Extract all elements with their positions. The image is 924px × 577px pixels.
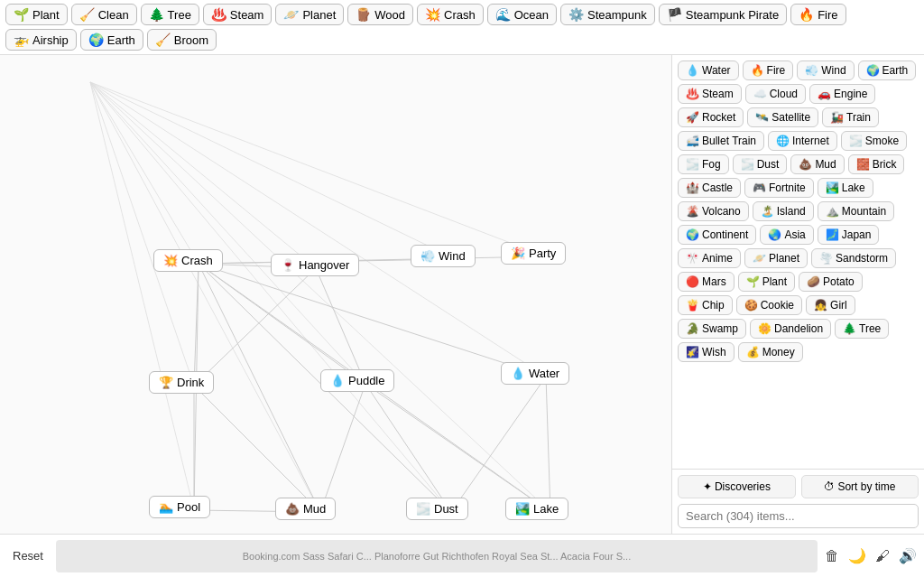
sidebar-item-rocket[interactable]: 🚀Rocket (678, 107, 744, 127)
tag-earth[interactable]: 🌍Earth (80, 29, 143, 51)
tag-steam[interactable]: ♨️Steam (203, 4, 273, 25)
sidebar-item-anime[interactable]: 🎌Anime (678, 248, 741, 268)
sidebar-item-swamp[interactable]: 🐊Swamp (678, 319, 746, 339)
tag-planet[interactable]: 🪐Planet (275, 4, 344, 25)
radial-line (90, 82, 546, 256)
tag-airship[interactable]: 🚁Airship (5, 29, 77, 51)
ad-banner: Booking.com Sass Safari C... Planoforre … (56, 540, 818, 572)
sidebar-item-smoke[interactable]: 🌫️Smoke (841, 131, 907, 151)
discoveries-button[interactable]: ✦ Discoveries (678, 475, 796, 498)
sidebar-item-wind[interactable]: 💨Wind (797, 60, 854, 80)
sidebar-footer: ✦ Discoveries ⏱ Sort by time (672, 469, 924, 534)
sidebar-item-dust[interactable]: 🌫️Dust (733, 154, 788, 174)
sidebar-item-train[interactable]: 🚂Train (822, 107, 879, 127)
sidebar-item-planet[interactable]: 🪐Planet (744, 248, 808, 268)
radial-line (90, 82, 194, 510)
sidebar-item-asia[interactable]: 🌏Asia (760, 225, 813, 245)
connection-line (320, 384, 365, 512)
delete-icon[interactable]: 🗑 (825, 548, 839, 564)
connection-line (199, 264, 320, 512)
connection-lines (0, 55, 671, 534)
sidebar-item-sandstorm[interactable]: 🌪️Sandstorm (811, 248, 896, 268)
sidebar-item-money[interactable]: 💰Money (738, 342, 803, 362)
brush-icon[interactable]: 🖌 (875, 548, 890, 564)
main-area: 💥Crash🍷Hangover💨Wind🎉Party🏆Drink💧Puddle💧… (0, 55, 924, 534)
node-wind[interactable]: 💨Wind (411, 245, 476, 267)
sidebar-item-water[interactable]: 💧Water (678, 60, 739, 80)
sidebar-item-island[interactable]: 🏝️Island (753, 201, 814, 221)
node-water[interactable]: 💧Water (501, 362, 569, 385)
sidebar: 💧Water🔥Fire💨Wind🌍Earth♨️Steam☁️Cloud🚗Eng… (671, 55, 924, 534)
node-lake[interactable]: 🏞️Lake (505, 498, 568, 520)
tag-wood[interactable]: 🪵Wood (347, 4, 413, 25)
sidebar-item-fog[interactable]: 🌫️Fog (678, 154, 729, 174)
sidebar-item-fortnite[interactable]: 🎮Fortnite (744, 178, 814, 198)
connection-line (199, 264, 546, 377)
node-hangover[interactable]: 🍷Hangover (271, 254, 359, 276)
radial-line (90, 82, 550, 512)
node-drink[interactable]: 🏆Drink (149, 371, 214, 394)
node-pool[interactable]: 🏊Pool (149, 496, 210, 518)
connection-line (194, 268, 316, 386)
node-puddle[interactable]: 💧Puddle (320, 369, 394, 392)
tag-broom[interactable]: 🧹Broom (147, 29, 217, 51)
tag-clean[interactable]: 🧹Clean (71, 4, 137, 25)
bottom-bar: Reset Booking.com Sass Safari C... Plano… (0, 534, 924, 577)
sidebar-item-chip[interactable]: 🍟Chip (678, 295, 733, 315)
sidebar-item-earth[interactable]: 🌍Earth (858, 60, 917, 80)
sidebar-item-potato[interactable]: 🥔Potato (799, 272, 863, 292)
sidebar-item-japan[interactable]: 🗾Japan (818, 225, 880, 245)
speaker-icon[interactable]: 🔊 (899, 547, 917, 564)
tag-plant[interactable]: 🌱Plant (5, 4, 68, 25)
sidebar-item-brick[interactable]: 🧱Brick (848, 154, 905, 174)
sidebar-item-plant[interactable]: 🌱Plant (738, 272, 795, 292)
radial-line (90, 82, 194, 386)
ad-text: Booking.com Sass Safari C... Planoforre … (243, 551, 631, 562)
sidebar-item-dandelion[interactable]: 🌼Dandelion (750, 319, 831, 339)
connection-line (194, 386, 320, 512)
sidebar-item-continent[interactable]: 🌍Continent (678, 225, 756, 245)
search-input[interactable] (678, 504, 919, 528)
sidebar-item-castle[interactable]: 🏰Castle (678, 178, 741, 198)
radial-line (90, 82, 451, 512)
tag-crash[interactable]: 💥Crash (417, 4, 484, 25)
sidebar-item-cloud[interactable]: ☁️Cloud (745, 84, 806, 104)
sidebar-item-tree[interactable]: 🌲Tree (835, 319, 889, 339)
moon-icon[interactable]: 🌙 (848, 547, 866, 564)
sidebar-item-fire[interactable]: 🔥Fire (743, 60, 794, 80)
connection-line (365, 384, 550, 512)
connection-line (365, 384, 451, 512)
sidebar-item-mud[interactable]: 💩Mud (790, 154, 844, 174)
node-mud[interactable]: 💩Mud (275, 498, 336, 520)
sidebar-footer-buttons: ✦ Discoveries ⏱ Sort by time (678, 475, 919, 498)
radial-line (90, 82, 199, 264)
sidebar-item-bullet-train[interactable]: 🚅Bullet Train (678, 131, 764, 151)
node-party[interactable]: 🎉Party (501, 242, 566, 265)
sidebar-item-lake[interactable]: 🏞️Lake (818, 178, 873, 198)
tag-fire[interactable]: 🔥Fire (790, 4, 845, 25)
bottom-icons: 🗑 🌙 🖌 🔊 (825, 547, 917, 564)
sort-by-time-button[interactable]: ⏱ Sort by time (801, 475, 919, 498)
sidebar-item-satellite[interactable]: 🛰️Satellite (747, 107, 818, 127)
sidebar-item-engine[interactable]: 🚗Engine (809, 84, 875, 104)
node-dust[interactable]: 🌫️Dust (406, 498, 468, 520)
top-bar: 🌱Plant🧹Clean🌲Tree♨️Steam🪐Planet🪵Wood💥Cra… (0, 0, 924, 55)
sidebar-item-mars[interactable]: 🔴Mars (678, 272, 735, 292)
tag-tree[interactable]: 🌲Tree (141, 4, 199, 25)
canvas-area: 💥Crash🍷Hangover💨Wind🎉Party🏆Drink💧Puddle💧… (0, 55, 671, 534)
connection-line (546, 377, 550, 512)
sidebar-item-steam[interactable]: ♨️Steam (678, 84, 742, 104)
sidebar-item-wish[interactable]: 🌠Wish (678, 342, 735, 362)
sidebar-item-mountain[interactable]: ⛰️Mountain (818, 201, 894, 221)
sidebar-items: 💧Water🔥Fire💨Wind🌍Earth♨️Steam☁️Cloud🚗Eng… (672, 55, 924, 469)
connection-line (451, 377, 546, 512)
tag-steampunk[interactable]: ⚙️Steampunk (560, 4, 655, 25)
tag-ocean[interactable]: 🌊Ocean (487, 4, 557, 25)
node-crash[interactable]: 💥Crash (153, 249, 223, 272)
sidebar-item-cookie[interactable]: 🍪Cookie (736, 295, 802, 315)
sidebar-item-girl[interactable]: 👧Girl (806, 295, 855, 315)
reset-button[interactable]: Reset (7, 545, 49, 566)
sidebar-item-internet[interactable]: 🌐Internet (768, 131, 837, 151)
tag-steampunk-pirate[interactable]: 🏴Steampunk Pirate (659, 4, 787, 25)
sidebar-item-volcano[interactable]: 🌋Volcano (678, 201, 749, 221)
